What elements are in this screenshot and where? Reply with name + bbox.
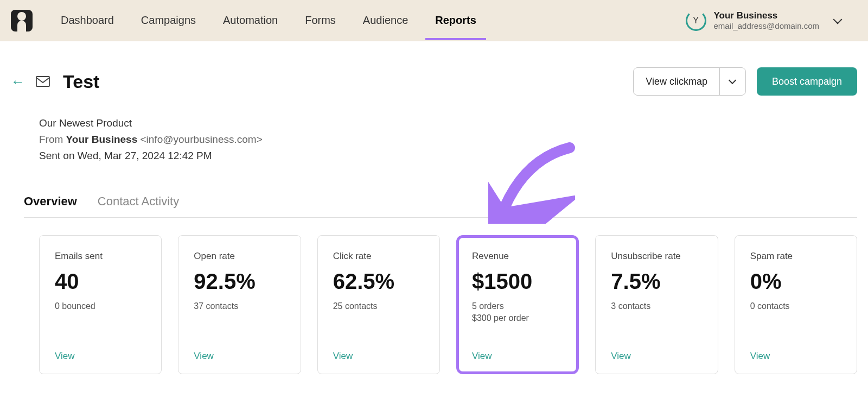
view-clickmap-button[interactable]: View clickmap [634, 68, 719, 95]
nav-item-forms[interactable]: Forms [303, 1, 338, 40]
title-group: ← Test [11, 71, 99, 92]
app-logo[interactable] [11, 10, 33, 31]
metric-subtext: $300 per order [472, 313, 563, 323]
campaign-from: From Your Business <info@yourbusiness.co… [39, 134, 857, 146]
metric-card-click-rate: Click rate62.5%25 contactsView [317, 235, 440, 374]
metric-value: 40 [55, 269, 146, 294]
avatar: Y [686, 10, 706, 31]
metric-value: 62.5% [333, 269, 424, 294]
metric-view-link[interactable]: View [472, 351, 563, 362]
metric-cards: Emails sent400 bouncedViewOpen rate92.5%… [39, 235, 857, 374]
nav-item-reports[interactable]: Reports [433, 1, 478, 40]
campaign-sent-on: Sent on Wed, Mar 27, 2024 12:42 PM [39, 150, 857, 162]
account-email: email_address@domain.com [714, 21, 819, 30]
metric-card-emails-sent: Emails sent400 bouncedView [39, 235, 162, 374]
metric-view-link[interactable]: View [55, 351, 146, 362]
metric-subtext: 5 orders [472, 301, 563, 311]
metric-value: 0% [750, 269, 841, 294]
report-tabs: OverviewContact Activity [24, 194, 857, 218]
metric-card-revenue: Revenue$15005 orders$300 per orderView [456, 235, 579, 374]
top-navigation: DashboardCampaignsAutomationFormsAudienc… [0, 0, 868, 41]
from-email: <info@yourbusiness.com> [137, 134, 263, 145]
metric-label: Emails sent [55, 251, 146, 262]
page-title: Test [63, 71, 99, 92]
from-label: From [39, 134, 66, 145]
metric-card-open-rate: Open rate92.5%37 contactsView [178, 235, 301, 374]
metric-value: 92.5% [194, 269, 285, 294]
svg-rect-0 [36, 77, 49, 86]
campaign-subject: Our Newest Product [39, 117, 857, 129]
mail-icon [36, 76, 50, 87]
metric-label: Spam rate [750, 251, 841, 262]
metric-value: 7.5% [611, 269, 702, 294]
view-clickmap-dropdown: View clickmap [633, 67, 746, 96]
metric-subtext: 0 bounced [55, 301, 146, 311]
chevron-down-icon [833, 15, 843, 24]
metric-view-link[interactable]: View [194, 351, 285, 362]
metric-view-link[interactable]: View [333, 351, 424, 362]
metric-label: Open rate [194, 251, 285, 262]
metric-card-unsubscribe-rate: Unsubscribe rate7.5%3 contactsView [595, 235, 718, 374]
account-name: Your Business [714, 10, 819, 21]
view-clickmap-caret[interactable] [719, 68, 745, 95]
metric-view-link[interactable]: View [750, 351, 841, 362]
metric-value: $1500 [472, 269, 563, 294]
boost-campaign-button[interactable]: Boost campaign [757, 67, 857, 96]
metric-subtext: 0 contacts [750, 301, 841, 311]
tab-overview[interactable]: Overview [24, 194, 77, 217]
nav-item-audience[interactable]: Audience [361, 1, 410, 40]
metric-label: Revenue [472, 251, 563, 262]
from-name: Your Business [66, 134, 138, 145]
metric-label: Click rate [333, 251, 424, 262]
metric-subtext: 3 contacts [611, 301, 702, 311]
metric-label: Unsubscribe rate [611, 251, 702, 262]
chevron-down-icon [729, 77, 736, 84]
avatar-initial: Y [693, 16, 699, 26]
nav-item-dashboard[interactable]: Dashboard [59, 1, 116, 40]
metric-subtext: 37 contacts [194, 301, 285, 311]
main-nav: DashboardCampaignsAutomationFormsAudienc… [59, 1, 686, 40]
page-header: ← Test View clickmap Boost campaign [11, 67, 857, 96]
metric-subtext: 25 contacts [333, 301, 424, 311]
nav-item-automation[interactable]: Automation [221, 1, 280, 40]
metric-view-link[interactable]: View [611, 351, 702, 362]
campaign-meta: Our Newest Product From Your Business <i… [39, 117, 857, 162]
account-menu[interactable]: Y Your Business email_address@domain.com [686, 10, 857, 31]
tab-contact-activity[interactable]: Contact Activity [98, 194, 179, 217]
main-content: ← Test View clickmap Boost campaign Our … [0, 41, 868, 385]
account-text: Your Business email_address@domain.com [714, 10, 819, 30]
header-actions: View clickmap Boost campaign [633, 67, 857, 96]
nav-item-campaigns[interactable]: Campaigns [139, 1, 198, 40]
metric-card-spam-rate: Spam rate0%0 contactsView [735, 235, 857, 374]
back-arrow-icon[interactable]: ← [11, 74, 25, 89]
